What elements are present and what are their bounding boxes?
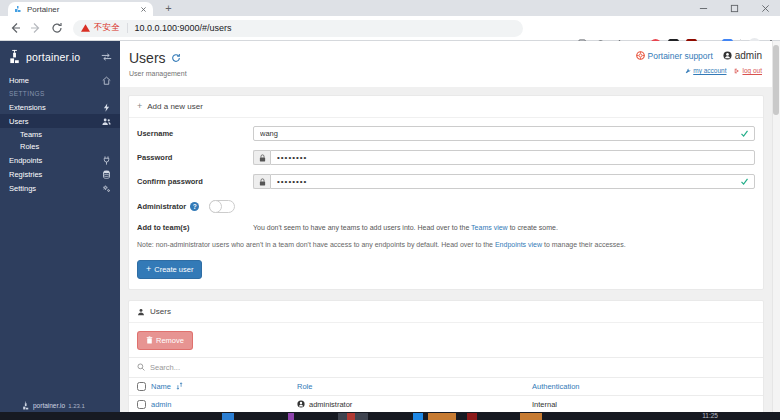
column-authentication[interactable]: Authentication bbox=[532, 382, 755, 391]
sidebar-item-label: Registries bbox=[9, 170, 102, 179]
taskbar-item[interactable] bbox=[428, 413, 456, 420]
toggle-knob bbox=[209, 200, 222, 213]
sidebar-item-label: Home bbox=[9, 76, 102, 85]
new-tab-button[interactable]: + bbox=[163, 3, 174, 14]
browser-toolbar: 不安全 10.0.0.100:9000/#/users bbox=[0, 16, 780, 41]
administrator-label: Administrator bbox=[137, 202, 186, 211]
sidebar-item-extensions[interactable]: Extensions bbox=[0, 100, 120, 114]
minimize-icon[interactable] bbox=[699, 4, 708, 13]
sidebar-logo[interactable]: portainer.io bbox=[0, 41, 120, 73]
address-bar[interactable]: 不安全 10.0.0.100:9000/#/users bbox=[73, 20, 523, 37]
wrench-icon bbox=[685, 68, 691, 74]
support-label: Portainer support bbox=[648, 51, 713, 61]
page-title: Users bbox=[129, 50, 166, 66]
taskbar-item[interactable] bbox=[467, 413, 477, 420]
teams-view-link[interactable]: Teams view bbox=[471, 224, 508, 231]
search-input[interactable] bbox=[150, 363, 755, 372]
tab-close-icon[interactable] bbox=[140, 6, 147, 13]
table-search bbox=[129, 357, 763, 378]
portainer-support-link[interactable]: Portainer support bbox=[636, 51, 713, 61]
not-secure-warning-icon[interactable] bbox=[81, 24, 90, 32]
account-links: my account log out bbox=[685, 67, 762, 74]
plus-icon: + bbox=[146, 266, 151, 273]
windows-taskbar: 11:25 bbox=[0, 412, 780, 420]
select-all-checkbox[interactable] bbox=[137, 382, 146, 391]
page-header: Users User management Portainer support … bbox=[120, 41, 780, 87]
users-table-header: Users bbox=[129, 301, 763, 323]
sidebar-item-teams[interactable]: Teams bbox=[0, 128, 120, 141]
role-user-icon bbox=[297, 400, 305, 408]
taskbar-item[interactable] bbox=[288, 413, 294, 420]
sidebar-section-settings: SETTINGS bbox=[0, 87, 120, 100]
content: + Add a new user Username Passwor bbox=[128, 95, 764, 420]
sidebar-logo-text: portainer.io bbox=[26, 51, 97, 63]
taskbar-item[interactable] bbox=[222, 413, 234, 420]
url-text[interactable]: 10.0.0.100:9000/#/users bbox=[135, 23, 232, 33]
window-controls bbox=[699, 0, 774, 16]
forward-icon[interactable] bbox=[30, 22, 42, 34]
password-input[interactable] bbox=[270, 150, 755, 165]
close-icon[interactable] bbox=[761, 4, 770, 13]
scrollbar-thumb[interactable] bbox=[773, 45, 779, 115]
sidebar-item-registries[interactable]: Registries bbox=[0, 167, 120, 181]
username-input[interactable] bbox=[253, 126, 755, 141]
lock-icon bbox=[259, 154, 266, 162]
help-icon[interactable] bbox=[190, 202, 199, 211]
sidebar-collapse-icon[interactable] bbox=[101, 52, 112, 62]
page-subtitle: User management bbox=[129, 70, 187, 77]
lock-addon bbox=[253, 174, 270, 189]
create-user-button[interactable]: + Create user bbox=[137, 260, 202, 279]
log-out-link[interactable]: log out bbox=[734, 67, 762, 74]
reload-icon[interactable] bbox=[51, 22, 63, 34]
confirm-password-input[interactable] bbox=[270, 174, 755, 189]
page-scrollbar[interactable] bbox=[772, 41, 780, 412]
users-table-title: Users bbox=[150, 307, 171, 316]
column-name[interactable]: Name bbox=[151, 382, 171, 391]
browser-tabstrip: Portainer + bbox=[0, 0, 780, 16]
row-checkbox[interactable] bbox=[137, 400, 146, 409]
taskbar-item[interactable] bbox=[347, 413, 355, 420]
refresh-icon[interactable] bbox=[171, 53, 181, 63]
sidebar-item-roles[interactable]: Roles bbox=[0, 141, 120, 154]
trash-icon bbox=[146, 336, 153, 344]
add-to-teams-row: Add to team(s) You don't seem to have an… bbox=[137, 223, 755, 232]
remove-button[interactable]: Remove bbox=[137, 331, 193, 350]
header-right: Portainer support admin bbox=[636, 50, 762, 61]
password-label: Password bbox=[137, 153, 253, 162]
current-user-label: admin bbox=[735, 50, 762, 61]
taskbar-item[interactable] bbox=[413, 413, 423, 420]
plug-icon bbox=[102, 156, 111, 165]
sort-icon[interactable] bbox=[176, 382, 183, 390]
user-authentication: Internal bbox=[532, 400, 755, 409]
sidebar-item-home[interactable]: Home bbox=[0, 73, 120, 87]
sidebar-item-label: Extensions bbox=[9, 103, 102, 112]
my-account-link[interactable]: my account bbox=[685, 67, 726, 74]
page-title-row: Users bbox=[129, 50, 181, 66]
not-secure-label[interactable]: 不安全 bbox=[94, 22, 120, 34]
users-icon bbox=[102, 117, 111, 126]
column-role[interactable]: Role bbox=[297, 382, 532, 391]
endpoints-view-link[interactable]: Endpoints view bbox=[495, 241, 542, 248]
sidebar-item-endpoints[interactable]: Endpoints bbox=[0, 153, 120, 167]
confirm-password-label: Confirm password bbox=[137, 177, 253, 186]
add-user-widget: + Add a new user Username Passwor bbox=[128, 95, 764, 290]
footer-brand: portainer.io bbox=[33, 402, 65, 409]
administrator-toggle[interactable] bbox=[209, 200, 235, 213]
table-row: admin administrator Internal bbox=[129, 395, 763, 413]
cogs-icon bbox=[102, 184, 111, 193]
current-user[interactable]: admin bbox=[723, 50, 762, 61]
table-actions: Remove bbox=[129, 323, 763, 357]
sidebar-item-label: Roles bbox=[20, 142, 111, 151]
add-user-form: Username Password bbox=[129, 118, 763, 289]
browser-tab[interactable]: Portainer bbox=[8, 2, 153, 16]
maximize-icon[interactable] bbox=[730, 4, 739, 13]
urlbar-divider bbox=[127, 23, 128, 33]
user-name-link[interactable]: admin bbox=[151, 400, 171, 409]
sidebar-item-users[interactable]: Users bbox=[0, 114, 120, 128]
back-icon[interactable] bbox=[9, 22, 21, 34]
taskbar-item[interactable] bbox=[520, 413, 542, 420]
sidebar-item-label: Endpoints bbox=[9, 156, 102, 165]
main-area: Users User management Portainer support … bbox=[120, 41, 780, 412]
portainer-favicon bbox=[14, 5, 22, 13]
sidebar-item-settings[interactable]: Settings bbox=[0, 181, 120, 195]
